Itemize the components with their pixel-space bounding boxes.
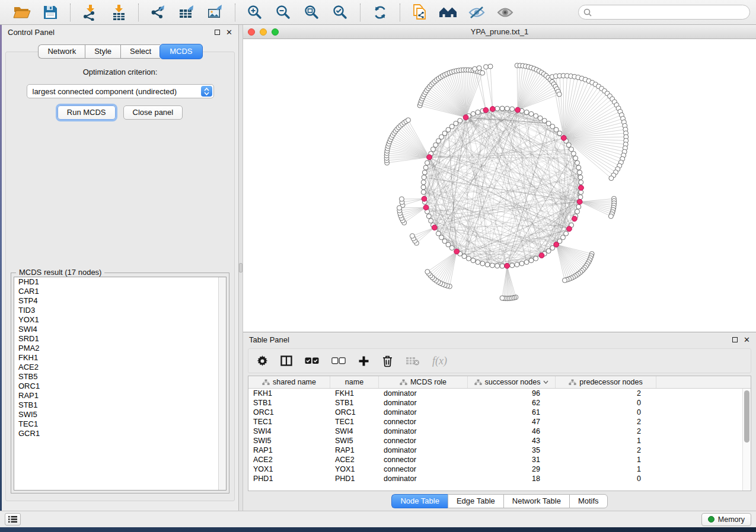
network-node[interactable]: [462, 254, 467, 259]
network-node[interactable]: [542, 118, 547, 123]
mcds-result-item[interactable]: RAP1: [14, 391, 226, 400]
network-node[interactable]: [579, 180, 583, 185]
mcds-network-node[interactable]: [561, 135, 566, 140]
network-graph[interactable]: [243, 39, 756, 332]
network-node[interactable]: [576, 165, 581, 170]
tab-mcds[interactable]: MCDS: [160, 44, 202, 59]
create-column-icon[interactable]: [358, 355, 369, 367]
mcds-result-item[interactable]: SWI5: [14, 410, 226, 419]
table-row[interactable]: FKH1FKH1dominator962: [248, 389, 751, 398]
network-node[interactable]: [578, 170, 582, 175]
search-input[interactable]: [595, 8, 745, 17]
delete-table-icon[interactable]: [406, 356, 420, 366]
open-session-icon[interactable]: [12, 4, 32, 21]
task-history-button[interactable]: [5, 513, 21, 525]
network-window-titlebar[interactable]: YPA_prune.txt_1: [243, 25, 756, 39]
mcds-network-node[interactable]: [432, 225, 437, 230]
mcds-network-node[interactable]: [554, 242, 559, 247]
column-header-shared-name[interactable]: shared name: [248, 376, 330, 388]
network-canvas[interactable]: [243, 39, 756, 332]
table-row[interactable]: TEC1TEC1connector472: [248, 417, 751, 427]
mcds-result-list[interactable]: PHD1CAR1STP4TID3YOX1SWI4SRD1PMA2FKH1ACE2…: [14, 277, 227, 491]
mcds-result-item[interactable]: STB1: [14, 400, 226, 410]
table-row[interactable]: PHD1PHD1dominator180: [248, 474, 751, 483]
tab-network-table[interactable]: Network Table: [503, 494, 569, 508]
mcds-result-item[interactable]: GCR1: [14, 429, 226, 438]
network-node[interactable]: [422, 170, 427, 175]
network-node[interactable]: [578, 195, 583, 200]
network-node[interactable]: [519, 261, 524, 266]
mcds-result-item[interactable]: PHD1: [14, 277, 226, 287]
network-node[interactable]: [476, 110, 480, 115]
import-table-icon[interactable]: [109, 4, 129, 21]
memory-button[interactable]: Memory: [701, 513, 751, 526]
mcds-network-node[interactable]: [567, 226, 572, 232]
tab-motifs[interactable]: Motifs: [569, 494, 608, 508]
mcds-result-item[interactable]: ORC1: [14, 382, 226, 391]
save-session-icon[interactable]: [40, 4, 60, 21]
import-network-icon[interactable]: [80, 4, 100, 21]
tab-select[interactable]: Select: [120, 44, 160, 59]
table-row[interactable]: STB1STB1dominator620: [248, 398, 751, 408]
network-node[interactable]: [546, 249, 551, 254]
tab-node-table[interactable]: Node Table: [391, 494, 448, 508]
network-leaf-node[interactable]: [425, 270, 430, 274]
optimization-criterion-select[interactable]: largest connected component (undirected): [27, 84, 214, 98]
network-leaf-node[interactable]: [399, 197, 404, 201]
refresh-view-icon[interactable]: [370, 4, 390, 21]
zoom-out-icon[interactable]: [273, 4, 294, 21]
close-panel-button[interactable]: Close panel: [123, 105, 183, 120]
home-icon[interactable]: [438, 4, 458, 21]
table-row[interactable]: SWI4SWI4dominator462: [248, 427, 751, 436]
network-leaf-node[interactable]: [397, 206, 401, 210]
network-node[interactable]: [524, 259, 529, 264]
clone-network-icon[interactable]: [410, 4, 430, 21]
mcds-network-node[interactable]: [505, 263, 510, 268]
table-row[interactable]: ACE2ACE2connector311: [248, 455, 751, 464]
mcds-network-node[interactable]: [515, 107, 521, 113]
network-node[interactable]: [430, 147, 435, 152]
mcds-result-item[interactable]: PMA2: [14, 344, 226, 353]
network-node[interactable]: [422, 175, 426, 180]
panel-splitter[interactable]: [239, 25, 243, 511]
zoom-fit-icon[interactable]: [302, 4, 322, 21]
network-node[interactable]: [571, 151, 576, 156]
mcds-network-node[interactable]: [454, 249, 460, 254]
mcds-result-item[interactable]: ACE2: [14, 363, 226, 372]
network-node[interactable]: [425, 161, 430, 165]
table-row[interactable]: ORC1ORC1dominator610: [248, 408, 751, 417]
network-leaf-node[interactable]: [473, 66, 477, 71]
tab-style[interactable]: Style: [85, 44, 120, 59]
network-leaf-node[interactable]: [480, 70, 485, 75]
network-node[interactable]: [500, 106, 505, 111]
zoom-selected-icon[interactable]: [330, 4, 350, 21]
network-node[interactable]: [436, 231, 441, 236]
mcds-result-item[interactable]: STP4: [14, 296, 226, 306]
mcds-list-scrollbar[interactable]: [218, 277, 226, 490]
mcds-network-node[interactable]: [483, 108, 489, 113]
network-node[interactable]: [490, 263, 495, 268]
mcds-result-item[interactable]: TID3: [14, 306, 226, 315]
mcds-network-node[interactable]: [490, 107, 495, 112]
network-leaf-node[interactable]: [488, 64, 493, 69]
table-row[interactable]: RAP1RAP1dominator352: [248, 446, 751, 455]
table-row[interactable]: YOX1YOX1connector291: [248, 464, 751, 474]
mcds-result-item[interactable]: FKH1: [14, 353, 226, 363]
mcds-result-item[interactable]: CAR1: [14, 287, 226, 296]
mcds-network-node[interactable]: [577, 199, 582, 204]
column-header-name[interactable]: name: [330, 376, 379, 388]
mcds-result-item[interactable]: YOX1: [14, 315, 226, 325]
select-all-columns-icon[interactable]: [305, 357, 319, 364]
network-node[interactable]: [458, 118, 462, 123]
table-scrollbar-thumb[interactable]: [744, 390, 749, 443]
network-node[interactable]: [534, 114, 538, 118]
show-hidden-icon[interactable]: [495, 4, 515, 21]
table-row[interactable]: SWI5SWI5connector431: [248, 436, 751, 446]
table-settings-gear-icon[interactable]: [257, 355, 268, 367]
mcds-network-node[interactable]: [579, 185, 584, 191]
network-leaf-node[interactable]: [500, 296, 505, 300]
network-node[interactable]: [534, 256, 538, 261]
export-network-icon[interactable]: [148, 4, 168, 21]
close-panel-icon[interactable]: ✕: [226, 29, 232, 36]
mcds-result-item[interactable]: STB5: [14, 372, 226, 382]
